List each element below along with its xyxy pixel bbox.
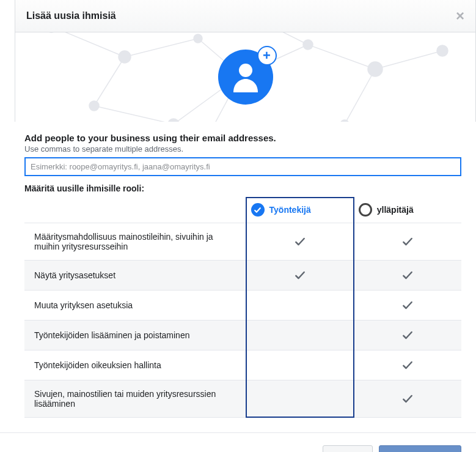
svg-line-9 — [271, 32, 308, 45]
modal-body: Add people to your business using their … — [0, 122, 476, 418]
lead-text: Add people to your business using their … — [24, 133, 461, 143]
svg-line-0 — [51, 32, 125, 57]
admin-check-cell — [354, 380, 461, 418]
table-row: Määritysmahdollisuus mainostileihin, siv… — [24, 223, 461, 261]
radio-unselected-icon — [359, 203, 372, 217]
svg-line-7 — [308, 45, 375, 69]
employee-check-cell — [246, 223, 354, 261]
check-icon — [401, 300, 414, 309]
submit-button[interactable]: Lisää henkilöitä — [379, 445, 461, 452]
svg-point-16 — [194, 34, 202, 43]
svg-point-21 — [437, 45, 448, 56]
admin-check-cell — [354, 320, 461, 350]
permission-label: Määritysmahdollisuus mainostileihin, siv… — [24, 223, 246, 261]
radio-selected-icon — [251, 203, 265, 217]
permission-label: Työntekijöiden oikeuksien hallinta — [24, 350, 246, 380]
email-input[interactable] — [24, 157, 461, 176]
check-icon — [401, 360, 414, 369]
employee-check-cell — [246, 261, 354, 291]
role-employee-label: Työntekijä — [269, 205, 311, 215]
plus-badge-icon: + — [257, 46, 277, 65]
role-admin-label: ylläpitäjä — [377, 205, 414, 215]
svg-line-1 — [94, 57, 125, 106]
table-row: Työntekijöiden oikeuksien hallinta — [24, 350, 461, 380]
svg-point-24 — [239, 64, 252, 77]
svg-line-10 — [375, 51, 442, 69]
avatar-wrap: + — [218, 50, 273, 105]
modal-title: Lisää uusia ihmisiä — [26, 10, 116, 21]
svg-line-8 — [345, 69, 375, 122]
role-comparison-table: Työntekijä ylläpitäjä Määritysmahdollisu… — [24, 197, 461, 418]
admin-check-cell — [354, 291, 461, 320]
check-icon — [294, 236, 306, 246]
svg-point-18 — [303, 40, 313, 50]
table-row: Sivujen, mainostilien tai muiden yritysr… — [24, 380, 461, 418]
role-table-wrap: Työntekijä ylläpitäjä Määritysmahdollisu… — [24, 197, 461, 418]
permission-label: Näytä yritysasetukset — [24, 261, 246, 291]
employee-check-cell — [246, 291, 354, 320]
check-icon — [401, 330, 414, 339]
employee-check-cell — [246, 320, 354, 350]
table-row: Näytä yritysasetukset — [24, 261, 461, 291]
permission-label: Muuta yrityksen asetuksia — [24, 291, 246, 320]
table-row: Työntekijöiden lisääminen ja poistaminen — [24, 320, 461, 350]
check-icon — [401, 393, 414, 403]
svg-point-14 — [119, 51, 131, 63]
close-icon[interactable]: × — [456, 9, 464, 23]
empty-header — [24, 197, 246, 223]
permission-rows: Määritysmahdollisuus mainostileihin, siv… — [24, 223, 461, 418]
svg-line-2 — [125, 39, 198, 57]
employee-check-cell — [246, 350, 354, 380]
role-header-employee[interactable]: Työntekijä — [246, 197, 354, 223]
modal-header: Lisää uusia ihmisiä × — [15, 0, 476, 32]
sub-text: Use commas to separate multiple addresse… — [24, 144, 461, 154]
role-section-label: Määritä uusille ihmisille rooli: — [24, 183, 461, 193]
svg-line-4 — [94, 106, 174, 122]
table-row: Muuta yrityksen asetuksia — [24, 291, 461, 320]
admin-check-cell — [354, 223, 461, 261]
permission-label: Työntekijöiden lisääminen ja poistaminen — [24, 320, 246, 350]
footer-buttons: Peruuta Lisää henkilöitä — [323, 445, 461, 452]
employee-check-cell — [246, 380, 354, 418]
add-people-modal: Lisää uusia ihmisiä × — [0, 0, 476, 452]
permission-label: Sivujen, mainostilien tai muiden yritysr… — [24, 380, 246, 418]
svg-point-19 — [368, 62, 383, 76]
admin-check-cell — [354, 261, 461, 291]
cancel-button[interactable]: Peruuta — [323, 445, 373, 452]
svg-point-15 — [89, 101, 99, 111]
svg-point-17 — [168, 119, 179, 122]
check-icon — [401, 236, 414, 246]
check-icon — [294, 270, 306, 280]
admin-check-cell — [354, 350, 461, 380]
hero-graphic: + — [15, 32, 476, 122]
role-header-admin[interactable]: ylläpitäjä — [354, 197, 461, 223]
check-icon — [401, 270, 414, 280]
svg-point-20 — [340, 120, 349, 122]
modal-footer: Vaihe 1/5 Peruuta Lisää henkilöitä — [0, 432, 476, 452]
